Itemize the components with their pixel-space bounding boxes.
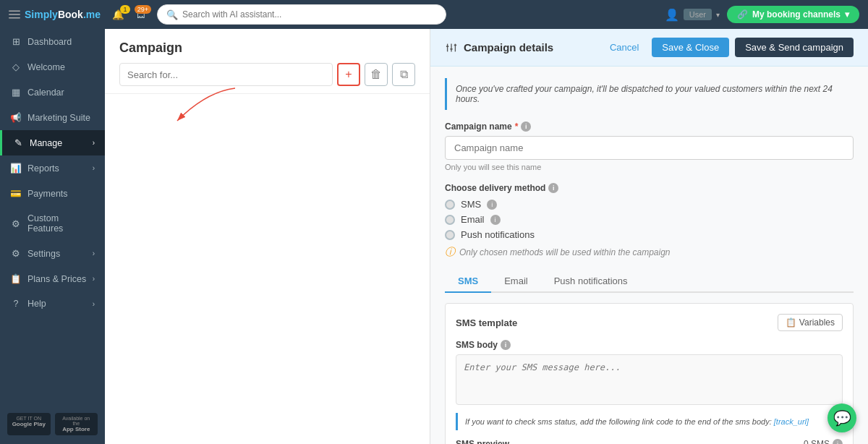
custom-features-icon: ⚙ <box>10 218 22 229</box>
sidebar-item-help[interactable]: ? Help › <box>0 291 105 316</box>
cancel-button[interactable]: Cancel <box>603 38 646 57</box>
variables-button[interactable]: 📋 Variables <box>778 314 843 331</box>
inbox-button[interactable]: 🗂 29+ <box>133 7 148 23</box>
search-actions: + 🗑 ⧉ <box>119 63 415 86</box>
campaign-details-header: Campaign details Cancel Save & Close Sav… <box>430 29 868 67</box>
hamburger-icon[interactable] <box>9 9 20 20</box>
sms-preview-row: SMS preview 0 SMS i <box>456 439 843 444</box>
sidebar-item-dashboard[interactable]: ⊞ Dashboard <box>0 29 105 54</box>
chat-icon: 💬 <box>833 409 851 427</box>
copy-campaign-button[interactable]: ⧉ <box>392 63 415 86</box>
variables-label: Variables <box>799 317 835 328</box>
campaign-search-wrap[interactable] <box>119 63 333 86</box>
sidebar-label-calendar: Calendar <box>27 87 64 98</box>
plans-icon: 📋 <box>10 273 22 284</box>
notifications-bell-button[interactable]: 🔔 1 <box>109 7 127 23</box>
campaign-list-header: Campaign + 🗑 ⧉ <box>105 29 430 94</box>
email-info-icon[interactable]: i <box>490 215 501 225</box>
navbar: SimplyBook.me 🔔 1 🗂 29+ 🔍 👤 User ▾ 🔗 My … <box>0 0 868 29</box>
delivery-method-label: Choose delivery method i <box>445 183 854 193</box>
payments-icon: 💳 <box>10 188 22 199</box>
email-radio-label: Email <box>461 214 485 225</box>
add-campaign-button[interactable]: + <box>337 63 360 86</box>
marketing-icon: 📢 <box>10 112 22 123</box>
sidebar-item-marketing[interactable]: 📢 Marketing Suite <box>0 105 105 130</box>
svg-rect-9 <box>454 44 457 46</box>
sidebar-item-settings[interactable]: ⚙ Settings › <box>0 241 105 266</box>
sms-info-icon[interactable]: i <box>487 200 497 210</box>
logo[interactable]: SimplyBook.me <box>9 9 101 20</box>
sidebar-item-manage[interactable]: ✎ Manage › <box>0 130 105 155</box>
campaign-name-input[interactable] <box>445 136 854 160</box>
sidebar-item-custom-features[interactable]: ⚙ Custom Features <box>0 206 105 241</box>
sms-body-label-text: SMS body <box>456 340 498 350</box>
push-radio-button[interactable] <box>445 230 455 240</box>
template-title: SMS template <box>456 317 517 328</box>
app-store-label: Available on the <box>59 416 94 426</box>
email-radio-button[interactable] <box>445 215 455 225</box>
sms-preview-label: SMS preview <box>456 439 509 444</box>
delivery-method-info-icon[interactable]: i <box>548 183 558 193</box>
user-dropdown-icon[interactable]: ▾ <box>716 11 720 19</box>
notification-badge: 1 <box>120 5 130 14</box>
chat-support-button[interactable]: 💬 <box>827 404 856 432</box>
google-play-badge[interactable]: GET IT ON Google Play <box>7 413 51 435</box>
app-store-badge[interactable]: Available on the App Store <box>55 413 98 435</box>
info-banner-text: Once you've crafted your campaign, it'll… <box>456 84 833 104</box>
campaign-search-input[interactable] <box>127 69 325 80</box>
sms-radio-button[interactable] <box>445 200 455 210</box>
sidebar-label-marketing: Marketing Suite <box>27 113 90 123</box>
delivery-method-label-text: Choose delivery method <box>445 183 545 193</box>
svg-rect-1 <box>9 14 20 15</box>
save-close-button[interactable]: Save & Close <box>652 38 729 57</box>
app-store-text: App Store <box>59 426 94 432</box>
sms-template-section: SMS template 📋 Variables SMS body i If y… <box>445 303 854 444</box>
sidebar-label-reports: Reports <box>27 163 59 174</box>
manage-icon: ✎ <box>12 137 24 148</box>
info-banner: Once you've crafted your campaign, it'll… <box>445 78 854 110</box>
inbox-badge: 29+ <box>135 5 151 14</box>
sidebar-item-plans[interactable]: 📋 Plans & Prices › <box>0 266 105 291</box>
delete-campaign-button[interactable]: 🗑 <box>365 63 388 86</box>
sidebar-item-reports[interactable]: 📊 Reports › <box>0 155 105 181</box>
campaign-details-panel: Campaign details Cancel Save & Close Sav… <box>430 29 868 444</box>
sidebar-label-custom-features: Custom Features <box>27 213 95 234</box>
panel-title: Campaign details <box>445 41 553 54</box>
main-layout: ⊞ Dashboard ◇ Welcome ▦ Calendar 📢 Marke… <box>0 29 868 444</box>
save-send-button[interactable]: Save & Send campaign <box>735 38 854 57</box>
sidebar-label-plans: Plans & Prices <box>27 274 86 284</box>
track-url-text: [track_url] <box>774 417 809 426</box>
sms-count-info-icon[interactable]: i <box>833 439 843 444</box>
tab-push-notifications[interactable]: Push notifications <box>541 270 641 293</box>
dashboard-icon: ⊞ <box>10 36 22 47</box>
search-icon: 🔍 <box>166 9 178 20</box>
panel-title-text: Campaign details <box>464 41 553 54</box>
sms-body-textarea[interactable] <box>456 354 843 405</box>
delivery-option-email[interactable]: Email i <box>445 214 854 225</box>
search-bar[interactable]: 🔍 <box>157 4 446 25</box>
svg-rect-0 <box>9 10 20 12</box>
sidebar-item-payments[interactable]: 💳 Payments <box>0 181 105 206</box>
copy-icon: ⧉ <box>400 68 408 81</box>
my-booking-channels-button[interactable]: 🔗 My booking channels ▾ <box>727 6 859 23</box>
google-play-label: GET IT ON <box>12 416 46 421</box>
campaign-name-info-icon[interactable]: i <box>521 121 531 132</box>
campaign-title: Campaign <box>119 40 415 56</box>
tab-sms[interactable]: SMS <box>445 270 491 293</box>
sidebar-label-manage: Manage <box>30 138 62 148</box>
delivery-option-push[interactable]: Push notifications <box>445 229 854 240</box>
svg-rect-2 <box>9 17 20 19</box>
sidebar-item-welcome[interactable]: ◇ Welcome <box>0 54 105 80</box>
sidebar-item-calendar[interactable]: ▦ Calendar <box>0 80 105 105</box>
tab-email[interactable]: Email <box>491 270 541 293</box>
my-booking-label: My booking channels <box>752 9 841 20</box>
search-input[interactable] <box>182 9 437 20</box>
sms-body-info-icon[interactable]: i <box>501 340 511 350</box>
sms-count-value: 0 SMS <box>804 439 830 444</box>
methods-hint-text: Only chosen methods will be used within … <box>459 247 671 257</box>
help-arrow-icon: › <box>93 300 95 308</box>
variables-icon: 📋 <box>786 317 796 328</box>
reports-arrow-icon: › <box>93 164 95 172</box>
reports-icon: 📊 <box>10 163 22 174</box>
delivery-option-sms[interactable]: SMS i <box>445 199 854 210</box>
